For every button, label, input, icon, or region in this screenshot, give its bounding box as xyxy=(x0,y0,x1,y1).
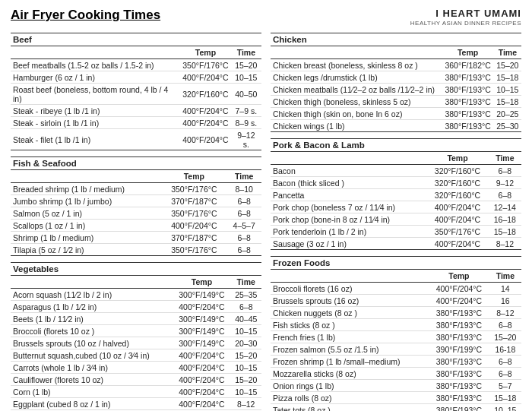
time-value: 10–15 xyxy=(231,71,261,84)
food-item: Fish sticks (8 oz ) xyxy=(271,319,429,331)
time-value: 6–8 xyxy=(226,244,261,256)
time-value: 7–9 s. xyxy=(231,105,261,117)
temp-value: 400°F/204°C xyxy=(429,295,489,307)
chicken-col-time: Time xyxy=(494,46,521,59)
table-row: Pork chop (bone-in 8 oz / 11⁄4 in)400°F/… xyxy=(271,213,521,226)
time-value: 16 xyxy=(489,295,521,307)
food-item: Beets (1 lb / 11⁄2 in) xyxy=(11,313,173,325)
temp-value: 370°F/187°C xyxy=(161,232,226,244)
temp-value: 380°F/193°C xyxy=(429,368,489,380)
table-row: Steak - filet (1 lb /1 in)400°F/204°C9–1… xyxy=(11,129,261,150)
temp-value: 400°F/204°C xyxy=(173,349,230,362)
food-item: Chicken breast (boneless, skinless 8 oz … xyxy=(271,59,442,71)
time-value: 4–5–7 xyxy=(226,220,261,232)
table-row: Pizza rolls (8 oz)380°F/193°C15–18 xyxy=(271,392,521,404)
food-item: Chicken wings (1 lb) xyxy=(271,120,442,132)
food-item: Jumbo shrimp (1 lb / jumbo) xyxy=(11,195,161,207)
time-value: 6–8 xyxy=(489,356,521,368)
temp-value: 320°F/160°C xyxy=(426,165,489,177)
food-item: Chicken thigh (boneless, skinless 5 oz) xyxy=(271,96,442,108)
chicken-title: Chicken xyxy=(271,33,521,46)
temp-value: 380°F/193°C xyxy=(442,96,493,108)
food-item: Pork chop (boneless 7 oz / 11⁄4 in) xyxy=(271,201,426,213)
temp-value: 320°F/160°C xyxy=(426,189,489,201)
time-value: 10–15 xyxy=(231,386,261,398)
food-item: Tilapia (5 oz / 1⁄2 in) xyxy=(11,244,161,256)
temp-value: 320°F/160°C xyxy=(426,177,489,189)
food-item: Steak - filet (1 lb /1 in) xyxy=(11,129,180,150)
table-row: Beets (1 lb / 11⁄2 in)300°F/149°C40–45 xyxy=(11,313,261,325)
temp-value: 400°F/204°C xyxy=(426,238,489,250)
table-row: Butternut squash,cubed (10 oz / 3⁄4 in)4… xyxy=(11,349,261,362)
frozen-col-temp: Temp xyxy=(429,270,489,283)
frozen-col-item xyxy=(271,270,429,283)
fish-section: Fish & Seafood Temp Time Breaded shrimp … xyxy=(11,156,261,256)
food-item: Eggplant (cubed 8 oz / 1 in) xyxy=(11,398,173,410)
fish-col-temp: Temp xyxy=(161,170,226,183)
food-item: Pork tenderloin (1 lb / 2 in) xyxy=(271,226,426,238)
food-item: Chicken nuggets (8 oz ) xyxy=(271,307,429,319)
table-row: Acorn squash (11⁄2 lb / 2 in)300°F/149°C… xyxy=(11,289,261,301)
temp-value: 350°F/176°C xyxy=(161,207,226,220)
temp-value: 380°F/193°C xyxy=(442,108,493,120)
time-value: 25–35 xyxy=(231,289,261,301)
temp-value: 400°F/204°C xyxy=(173,374,230,386)
pork-col-item xyxy=(271,152,426,165)
time-value: 40–50 xyxy=(231,84,261,105)
temp-value: 390°F/199°C xyxy=(429,343,489,356)
food-item: Brussels sprouts (16 oz) xyxy=(271,295,429,307)
time-value: 12–14 xyxy=(489,201,521,213)
right-column: Chicken Temp Time Chicken breast (bonele… xyxy=(271,33,521,411)
fish-col-item xyxy=(11,170,161,183)
time-value: 8–10 xyxy=(226,183,261,195)
logo: I HEART UMAMI HEALTHY ASIAN DINNER RECIP… xyxy=(410,8,521,27)
time-value: 6–8 xyxy=(226,207,261,220)
food-item: Roast beef (boneless, bottom round, 4 lb… xyxy=(11,84,180,105)
table-row: Sausage (3 oz / 1 in)400°F/204°C8–12 xyxy=(271,238,521,250)
temp-value: 380°F/193°C xyxy=(429,392,489,404)
temp-value: 400°F/204°C xyxy=(173,362,230,374)
table-row: Tater tots (8 oz )380°F/193°C10–15 xyxy=(271,404,521,411)
table-row: Eggplant (cubed 8 oz / 1 in)400°F/204°C8… xyxy=(11,398,261,410)
food-item: Salmon (5 oz / 1 in) xyxy=(11,207,161,220)
table-row: Steak - ribeye (1 lb /1 in)400°F/204°C7–… xyxy=(11,105,261,117)
food-item: Pancetta xyxy=(271,189,426,201)
food-item: French fries (1 lb) xyxy=(271,331,429,343)
time-value: 10–15 xyxy=(231,362,261,374)
time-value: 25–30 xyxy=(494,120,521,132)
temp-value: 400°F/204°C xyxy=(180,71,230,84)
temp-value: 380°F/193°C xyxy=(429,404,489,411)
pork-col-temp: Temp xyxy=(426,152,489,165)
beef-section: Beef Temp Time Beef meatballs (1.5-2 oz … xyxy=(11,33,261,150)
time-value: 40–45 xyxy=(231,313,261,325)
temp-value: 400°F/204°C xyxy=(173,398,230,410)
time-value: 15–20 xyxy=(231,349,261,362)
time-value: 10–15 xyxy=(231,325,261,337)
time-value: 5–7 xyxy=(489,380,521,392)
food-item: Frozen shrimp (1 lb /small–medium) xyxy=(271,356,429,368)
time-value: 6–8 xyxy=(489,319,521,331)
temp-value: 350°F/176°C xyxy=(161,244,226,256)
temp-value: 300°F/149°C xyxy=(173,289,230,301)
time-value: 6–8 xyxy=(226,195,261,207)
table-row: Frozen salmon (5.5 oz /1.5 in)390°F/199°… xyxy=(271,343,521,356)
table-row: Chicken thigh (boneless, skinless 5 oz)3… xyxy=(271,96,521,108)
table-row: Cauliflower (florets 10 oz)400°F/204°C15… xyxy=(11,374,261,386)
table-row: Roast beef (boneless, bottom round, 4 lb… xyxy=(11,84,261,105)
table-row: Jumbo shrimp (1 lb / jumbo)370°F/187°C6–… xyxy=(11,195,261,207)
table-row: Broccoli (florets 10 oz )300°F/149°C10–1… xyxy=(11,325,261,337)
temp-value: 400°F/204°C xyxy=(180,129,230,150)
chicken-col-item xyxy=(271,46,442,59)
food-item: Mozzarella sticks (8 oz) xyxy=(271,368,429,380)
table-row: Chicken breast (boneless, skinless 8 oz … xyxy=(271,59,521,71)
food-item: Bacon (thick sliced ) xyxy=(271,177,426,189)
food-item: Breaded shrimp (1 lb / medium) xyxy=(11,183,161,195)
time-value: 9–12 xyxy=(489,177,521,189)
temp-value: 300°F/149°C xyxy=(173,337,230,349)
temp-value: 400°F/204°C xyxy=(426,201,489,213)
food-item: Chicken legs /drumstick (1 lb) xyxy=(271,71,442,84)
time-value: 15–20 xyxy=(489,331,521,343)
chicken-section: Chicken Temp Time Chicken breast (bonele… xyxy=(271,33,521,132)
table-row: Broccoli florets (16 oz)400°F/204°C14 xyxy=(271,283,521,295)
table-row: Pork chop (boneless 7 oz / 11⁄4 in)400°F… xyxy=(271,201,521,213)
